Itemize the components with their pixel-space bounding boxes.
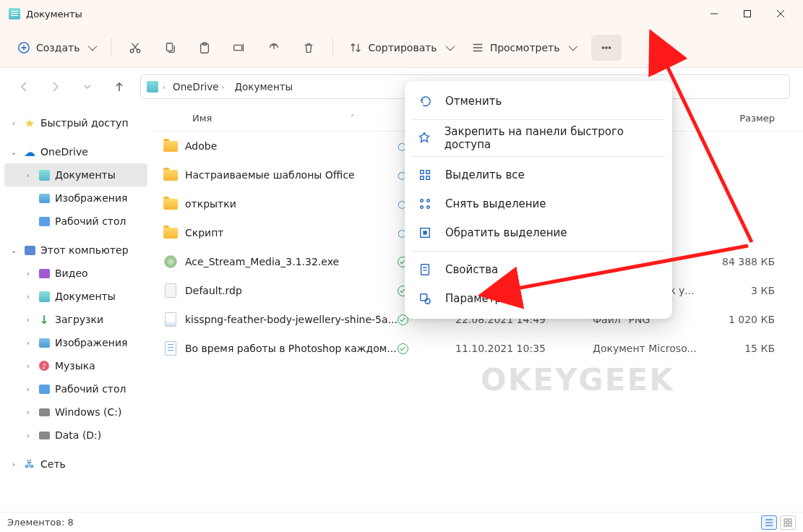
- sort-button[interactable]: Сортировать: [342, 35, 459, 61]
- sidebar-documents[interactable]: ›Документы: [4, 285, 147, 308]
- sidebar-music[interactable]: ›♪Музыка: [4, 354, 147, 377]
- undo-icon: [418, 94, 432, 108]
- star-icon: ★: [23, 116, 36, 129]
- ctx-select-none[interactable]: Снять выделение: [405, 189, 672, 218]
- close-button[interactable]: [764, 0, 797, 27]
- sidebar: ›★Быстрый доступ ⌄☁OneDrive ›Документы И…: [0, 106, 152, 512]
- file-size: 84 388 КБ: [716, 256, 788, 267]
- nav-recent[interactable]: [77, 76, 98, 98]
- maximize-button[interactable]: [731, 0, 764, 27]
- share-button[interactable]: [259, 35, 289, 61]
- svg-rect-13: [421, 176, 424, 180]
- svg-rect-11: [421, 171, 424, 174]
- download-icon: ↓: [38, 313, 51, 326]
- file-name: Скрипт: [185, 227, 224, 239]
- svg-point-17: [421, 206, 424, 209]
- window-icon: [9, 8, 20, 20]
- cloud-icon: ☁: [23, 145, 36, 158]
- rename-button[interactable]: [224, 35, 254, 61]
- svg-point-3: [137, 49, 141, 53]
- new-button[interactable]: Создать: [10, 35, 102, 61]
- item-count: Элементов: 8: [7, 517, 74, 528]
- drive-icon: [39, 408, 50, 416]
- window-title: Документы: [26, 9, 82, 20]
- svg-rect-12: [426, 171, 430, 174]
- copy-icon: [163, 41, 176, 54]
- pc-icon: [25, 246, 35, 255]
- more-button[interactable]: [591, 35, 622, 61]
- svg-rect-7: [234, 45, 242, 50]
- ctx-invert-selection[interactable]: Обратить выделение: [405, 218, 672, 247]
- sidebar-od-documents[interactable]: ›Документы: [4, 163, 147, 186]
- separator: [332, 38, 333, 57]
- ctx-properties[interactable]: Свойства: [405, 255, 672, 284]
- watermark: OKEYGEEK: [481, 362, 674, 398]
- separator: [412, 156, 665, 157]
- plus-icon: [17, 41, 30, 54]
- ctx-pin[interactable]: Закрепить на панели быстрого доступа: [405, 124, 672, 153]
- file-icon: [163, 283, 178, 298]
- file-name: Ace_Stream_Media_3.1.32.exe: [185, 256, 339, 267]
- music-icon: ♪: [39, 361, 49, 371]
- rename-icon: [233, 41, 246, 54]
- view-label: Просмотреть: [490, 42, 560, 53]
- cut-button[interactable]: [120, 35, 150, 61]
- view-tiles-button[interactable]: [780, 515, 796, 530]
- ctx-undo[interactable]: Отменить: [405, 87, 672, 116]
- sidebar-desktop[interactable]: ›Рабочий стол: [4, 377, 147, 400]
- minimize-button[interactable]: [697, 0, 731, 27]
- sidebar-d-drive[interactable]: ›Data (D:): [4, 424, 147, 447]
- breadcrumb-onedrive[interactable]: OneDrive›: [170, 80, 227, 94]
- col-size[interactable]: Размер: [716, 113, 788, 124]
- file-name: Во время работы в Photoshop каждом...: [185, 343, 397, 354]
- svg-point-9: [605, 46, 606, 48]
- nav-up[interactable]: [108, 76, 130, 98]
- view-icon: [471, 41, 484, 54]
- file-name: Настраиваемые шаблоны Office: [185, 169, 355, 181]
- col-name[interactable]: Имя˄: [152, 113, 398, 124]
- sidebar-quick-access[interactable]: ›★Быстрый доступ: [4, 111, 147, 134]
- separator: [412, 251, 665, 252]
- file-row[interactable]: Во время работы в Photoshop каждом...11.…: [152, 334, 803, 363]
- sort-label: Сортировать: [368, 42, 437, 53]
- properties-icon: [418, 262, 432, 277]
- document-icon: [39, 291, 50, 302]
- context-menu: Отменить Закрепить на панели быстрого до…: [405, 81, 672, 319]
- view-button[interactable]: Просмотреть: [464, 35, 583, 61]
- delete-button[interactable]: [293, 35, 324, 61]
- svg-point-2: [131, 49, 134, 53]
- file-size: 15 КБ: [716, 343, 788, 354]
- paste-button[interactable]: [189, 35, 220, 61]
- file-size: 1 020 КБ: [716, 314, 788, 325]
- clipboard-icon: [198, 41, 211, 54]
- select-all-icon: [418, 168, 432, 182]
- ctx-select-all[interactable]: Выделить все: [405, 160, 672, 189]
- network-icon: 🖧: [23, 458, 36, 471]
- sidebar-od-images[interactable]: Изображения: [4, 186, 147, 210]
- copy-button[interactable]: [155, 35, 185, 61]
- svg-rect-20: [423, 231, 426, 234]
- file-size: 3 КБ: [716, 285, 788, 296]
- sidebar-onedrive[interactable]: ⌄☁OneDrive: [4, 140, 147, 163]
- video-icon: [39, 269, 50, 278]
- sidebar-od-desktop[interactable]: Рабочий стол: [4, 210, 147, 233]
- invert-icon: [418, 226, 432, 240]
- drive-icon: [39, 432, 50, 439]
- folder-icon: [163, 197, 178, 211]
- sidebar-images[interactable]: ›Изображения: [4, 331, 147, 354]
- more-icon: [600, 41, 613, 54]
- gear-icon: [418, 291, 432, 306]
- sidebar-this-pc[interactable]: ⌄Этот компьютер: [4, 239, 147, 262]
- sidebar-network[interactable]: ›🖧Сеть: [4, 452, 147, 476]
- breadcrumb-documents[interactable]: Документы: [231, 80, 296, 94]
- view-details-button[interactable]: [761, 515, 777, 530]
- document-icon: [39, 170, 50, 181]
- image-icon: [39, 338, 50, 348]
- sidebar-downloads[interactable]: ›↓Загрузки: [4, 308, 147, 331]
- sidebar-video[interactable]: ›Видео: [4, 262, 147, 285]
- sidebar-c-drive[interactable]: ›Windows (C:): [4, 400, 147, 424]
- nav-forward[interactable]: [45, 76, 66, 98]
- pin-icon: [418, 131, 431, 145]
- ctx-options[interactable]: Параметры: [405, 284, 672, 313]
- nav-back[interactable]: [13, 76, 35, 98]
